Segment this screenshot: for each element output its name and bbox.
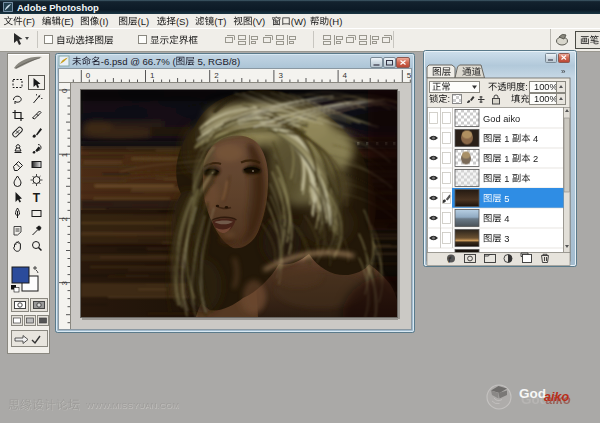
svg-text:1: 1 xyxy=(502,154,512,164)
svg-text:1: 1 xyxy=(502,174,512,184)
svg-text:(W): (W) xyxy=(291,16,307,27)
svg-text:4: 4 xyxy=(343,71,348,80)
svg-text:God: God xyxy=(519,386,546,401)
svg-text:3: 3 xyxy=(278,71,283,80)
svg-text:2: 2 xyxy=(60,216,69,221)
svg-text:3: 3 xyxy=(502,234,510,244)
svg-text::: : xyxy=(525,82,528,92)
svg-text:100%: 100% xyxy=(534,82,558,92)
svg-text:4: 4 xyxy=(502,214,510,224)
svg-text:4: 4 xyxy=(531,134,539,144)
svg-text:Adobe Photoshop: Adobe Photoshop xyxy=(17,2,99,13)
svg-text:(F): (F) xyxy=(23,16,35,27)
svg-text:3: 3 xyxy=(60,281,69,286)
svg-text:T: T xyxy=(33,191,41,205)
svg-text:(E): (E) xyxy=(61,16,74,27)
svg-text:(I): (I) xyxy=(99,16,108,27)
svg-text:100%: 100% xyxy=(534,94,558,104)
svg-text:»: » xyxy=(561,67,566,76)
svg-text:WWW.MISSYUAN.COM: WWW.MISSYUAN.COM xyxy=(86,401,180,410)
svg-text:God aiko: God aiko xyxy=(483,114,520,124)
svg-text::: : xyxy=(448,94,451,104)
svg-text:2: 2 xyxy=(531,154,539,164)
svg-text:(H): (H) xyxy=(329,16,342,27)
svg-text:5: 5 xyxy=(407,71,412,80)
svg-text:5, RGB/8): 5, RGB/8) xyxy=(195,56,240,67)
svg-text:0: 0 xyxy=(60,88,69,93)
svg-text:0: 0 xyxy=(86,71,91,80)
svg-text:-6.psd @ 66.7% (: -6.psd @ 66.7% ( xyxy=(101,56,177,67)
svg-text:1: 1 xyxy=(60,152,69,157)
svg-text:5: 5 xyxy=(502,194,510,204)
svg-text:aiko: aiko xyxy=(544,390,569,404)
svg-text:(V): (V) xyxy=(253,16,266,27)
svg-text:1: 1 xyxy=(150,71,155,80)
svg-text:2: 2 xyxy=(214,71,219,80)
svg-text:(L): (L) xyxy=(138,16,150,27)
svg-text:1: 1 xyxy=(502,134,512,144)
svg-text:(S): (S) xyxy=(176,16,189,27)
svg-text:(T): (T) xyxy=(214,16,226,27)
